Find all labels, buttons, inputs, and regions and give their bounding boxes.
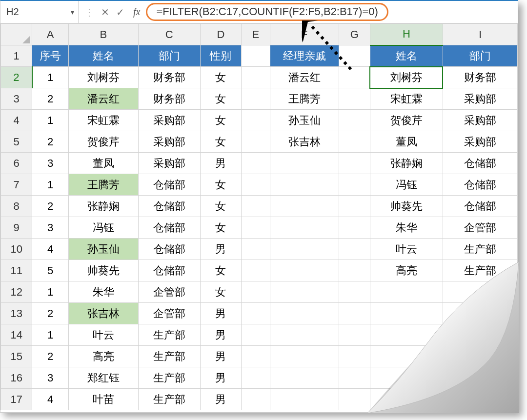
cell-A6[interactable]: 3 <box>32 153 68 174</box>
cell-E5[interactable] <box>242 131 270 153</box>
cell-F16[interactable] <box>270 367 339 389</box>
cell-D11[interactable]: 女 <box>200 260 242 281</box>
cell-H2[interactable]: 刘树芬 <box>370 67 443 88</box>
cell-F9[interactable] <box>270 217 339 239</box>
cell-C3[interactable]: 财务部 <box>138 88 200 110</box>
column-header-C[interactable]: C <box>138 24 200 45</box>
cell-E17[interactable] <box>242 389 270 410</box>
cell-H12[interactable] <box>370 281 443 303</box>
cell-C8[interactable]: 仓储部 <box>138 196 200 217</box>
cell-B10[interactable]: 孙玉仙 <box>68 239 138 260</box>
cell-I15[interactable] <box>443 346 517 367</box>
cell-H17[interactable] <box>370 389 443 410</box>
cell-H7[interactable]: 冯钰 <box>370 174 443 196</box>
cell-D3[interactable]: 女 <box>200 88 242 110</box>
cell-H11[interactable]: 高亮 <box>370 260 443 281</box>
cell-H8[interactable]: 帅葵先 <box>370 196 443 217</box>
row-header-12[interactable]: 12 <box>1 281 32 303</box>
cell-I8[interactable]: 仓储部 <box>443 196 517 217</box>
cell-I4[interactable]: 采购部 <box>443 110 517 131</box>
cell-F5[interactable]: 张吉林 <box>270 131 339 153</box>
row-header-11[interactable]: 11 <box>1 260 32 281</box>
cell-B9[interactable]: 冯钰 <box>68 217 138 239</box>
cell-F3[interactable]: 王腾芳 <box>270 88 339 110</box>
cell-A4[interactable]: 1 <box>32 110 68 131</box>
cell-A5[interactable]: 2 <box>32 131 68 153</box>
cell-G8[interactable] <box>339 196 370 217</box>
row-header-16[interactable]: 16 <box>1 367 32 389</box>
column-header-G[interactable]: G <box>339 24 370 45</box>
cell-E9[interactable] <box>242 217 270 239</box>
cell-B5[interactable]: 贺俊芹 <box>68 131 138 153</box>
cell-G3[interactable] <box>339 88 370 110</box>
cell-E11[interactable] <box>242 260 270 281</box>
column-header-B[interactable]: B <box>68 24 138 45</box>
row-header-7[interactable]: 7 <box>1 174 32 196</box>
cell-A13[interactable]: 2 <box>32 303 68 324</box>
cell-G10[interactable] <box>339 239 370 260</box>
cell-A7[interactable]: 1 <box>32 174 68 196</box>
cell-I10[interactable]: 生产部 <box>443 239 517 260</box>
cell-A1[interactable]: 序号 <box>32 45 68 67</box>
cell-G12[interactable] <box>339 281 370 303</box>
cell-C14[interactable]: 生产部 <box>138 324 200 346</box>
cell-H5[interactable]: 董凤 <box>370 131 443 153</box>
cell-G14[interactable] <box>339 324 370 346</box>
cell-B3[interactable]: 潘云红 <box>68 88 138 110</box>
cell-F2[interactable]: 潘云红 <box>270 67 339 88</box>
cell-H6[interactable]: 张静娴 <box>370 153 443 174</box>
cell-A17[interactable]: 4 <box>32 389 68 410</box>
column-header-H[interactable]: H <box>370 24 443 45</box>
cell-E10[interactable] <box>242 239 270 260</box>
cell-C2[interactable]: 财务部 <box>138 67 200 88</box>
cell-A16[interactable]: 3 <box>32 367 68 389</box>
cell-C15[interactable]: 生产部 <box>138 346 200 367</box>
cell-H10[interactable]: 叶云 <box>370 239 443 260</box>
fx-icon[interactable]: fx <box>133 6 140 18</box>
cell-E2[interactable] <box>242 67 270 88</box>
cell-E15[interactable] <box>242 346 270 367</box>
cell-D9[interactable]: 女 <box>200 217 242 239</box>
cell-G9[interactable] <box>339 217 370 239</box>
cell-G4[interactable] <box>339 110 370 131</box>
row-header-10[interactable]: 10 <box>1 239 32 260</box>
cell-G7[interactable] <box>339 174 370 196</box>
cell-E14[interactable] <box>242 324 270 346</box>
cell-E8[interactable] <box>242 196 270 217</box>
cell-B4[interactable]: 宋虹霖 <box>68 110 138 131</box>
cell-A8[interactable]: 2 <box>32 196 68 217</box>
cell-B8[interactable]: 张静娴 <box>68 196 138 217</box>
cell-F8[interactable] <box>270 196 339 217</box>
cell-A9[interactable]: 3 <box>32 217 68 239</box>
cell-B14[interactable]: 叶云 <box>68 324 138 346</box>
cell-D14[interactable]: 男 <box>200 324 242 346</box>
row-header-14[interactable]: 14 <box>1 324 32 346</box>
cell-E12[interactable] <box>242 281 270 303</box>
cell-G5[interactable] <box>339 131 370 153</box>
cell-B2[interactable]: 刘树芬 <box>68 67 138 88</box>
cell-A15[interactable]: 2 <box>32 346 68 367</box>
cell-B15[interactable]: 高亮 <box>68 346 138 367</box>
cell-D1[interactable]: 性别 <box>200 45 242 67</box>
cell-C12[interactable]: 企管部 <box>138 281 200 303</box>
cell-I7[interactable]: 仓储部 <box>443 174 517 196</box>
cell-G16[interactable] <box>339 367 370 389</box>
cell-E7[interactable] <box>242 174 270 196</box>
cell-I14[interactable] <box>443 324 517 346</box>
cell-B6[interactable]: 董凤 <box>68 153 138 174</box>
cell-D15[interactable]: 男 <box>200 346 242 367</box>
cell-A11[interactable]: 5 <box>32 260 68 281</box>
cell-E1[interactable] <box>242 45 270 67</box>
column-header-F[interactable]: F <box>270 24 339 45</box>
cell-C7[interactable]: 仓储部 <box>138 174 200 196</box>
cell-H15[interactable] <box>370 346 443 367</box>
cell-A2[interactable]: 1 <box>32 67 68 88</box>
cell-E3[interactable] <box>242 88 270 110</box>
cell-I3[interactable]: 采购部 <box>443 88 517 110</box>
cell-D17[interactable]: 男 <box>200 389 242 410</box>
cell-C5[interactable]: 采购部 <box>138 131 200 153</box>
cell-I5[interactable]: 采购部 <box>443 131 517 153</box>
cell-A14[interactable]: 1 <box>32 324 68 346</box>
cell-A12[interactable]: 1 <box>32 281 68 303</box>
cell-E4[interactable] <box>242 110 270 131</box>
